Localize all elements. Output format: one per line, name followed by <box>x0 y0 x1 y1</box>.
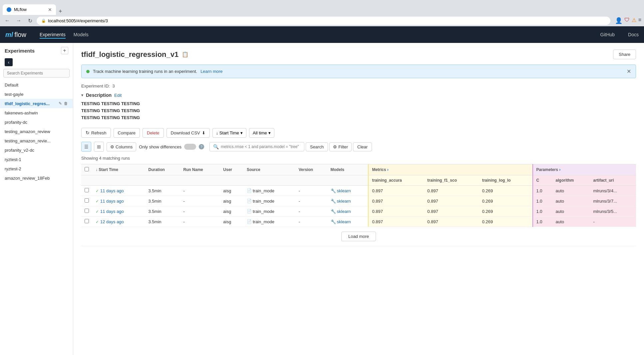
delete-experiment-button[interactable]: 🗑 <box>64 91 68 97</box>
duration-header[interactable]: Duration <box>145 164 180 175</box>
models-header[interactable]: Models <box>327 164 369 175</box>
sidebar-item-1[interactable]: test-gayle ✎ 🗑 <box>0 89 73 99</box>
sidebar-item-10[interactable]: amazon_review_18Feb ✎ 🗑 <box>0 173 73 183</box>
nav-experiments[interactable]: Experiments <box>40 31 66 39</box>
edit-experiment-button[interactable]: ✎ <box>58 138 62 143</box>
alert-icon[interactable]: ⚠ <box>632 17 636 24</box>
description-toggle[interactable]: ▾ <box>81 93 83 97</box>
training-log-header[interactable]: training_log_lo <box>479 175 533 186</box>
model-link[interactable]: 🔧sklearn <box>331 199 365 204</box>
tab-close-icon[interactable]: ✕ <box>48 7 52 12</box>
sidebar-item-9[interactable]: ryztest-2 ✎ 🗑 <box>0 164 73 173</box>
sidebar-item-5[interactable]: testing_amazon_review ✎ 🗑 <box>0 127 73 136</box>
sidebar-item-7[interactable]: profanity_v2-dc ✎ 🗑 <box>0 145 73 155</box>
description-edit-button[interactable]: Edit <box>114 93 122 98</box>
search-button[interactable]: Search <box>306 142 328 151</box>
edit-experiment-button[interactable]: ✎ <box>58 166 62 171</box>
row-checkbox[interactable] <box>85 188 89 192</box>
sidebar-item-4[interactable]: profanity-dc ✎ 🗑 <box>0 117 73 127</box>
edit-experiment-button[interactable]: ✎ <box>58 119 62 125</box>
model-link[interactable]: 🔧sklearn <box>331 188 365 193</box>
diff-info-icon[interactable]: ? <box>199 144 204 149</box>
refresh-button[interactable]: ↻ Refresh <box>81 128 111 138</box>
run-date-link[interactable]: 12 days ago <box>96 219 124 224</box>
row-checkbox[interactable] <box>85 198 89 203</box>
banner-close-button[interactable]: ✕ <box>627 68 631 75</box>
delete-experiment-button[interactable]: 🗑 <box>64 101 68 106</box>
select-all-checkbox[interactable] <box>85 167 89 171</box>
forward-button[interactable]: → <box>14 16 23 25</box>
diff-toggle-switch[interactable] <box>184 144 196 150</box>
compare-button[interactable]: Compare <box>114 128 140 138</box>
clear-button[interactable]: Clear <box>353 142 372 151</box>
download-csv-button[interactable]: Download CSV ⬇ <box>166 128 210 138</box>
delete-experiment-button[interactable]: 🗑 <box>64 147 68 153</box>
training-accuracy-header[interactable]: training_accura <box>368 175 424 186</box>
filter-button[interactable]: ⚙ Filter <box>329 142 352 151</box>
user-header[interactable]: User <box>220 164 243 175</box>
back-button[interactable]: ← <box>3 16 12 25</box>
delete-experiment-button[interactable]: 🗑 <box>64 110 68 115</box>
artifact-uri-header[interactable]: artifact_uri <box>590 175 636 186</box>
grid-view-button[interactable]: ⊞ <box>94 142 104 152</box>
sort-dropdown[interactable]: ↓ Start Time ▾ <box>212 128 246 138</box>
delete-experiment-button[interactable]: 🗑 <box>64 157 68 162</box>
edit-experiment-button[interactable]: ✎ <box>58 91 62 97</box>
runs-search-input[interactable] <box>221 144 301 149</box>
edit-experiment-button[interactable]: ✎ <box>58 175 62 181</box>
sidebar-item-8[interactable]: ryztest-1 ✎ 🗑 <box>0 155 73 164</box>
row-checkbox[interactable] <box>85 219 89 223</box>
columns-button[interactable]: ⚙ Columns <box>107 142 136 151</box>
model-link[interactable]: 🔧sklearn <box>331 219 365 224</box>
add-experiment-button[interactable]: + <box>61 47 68 54</box>
sidebar-item-2[interactable]: tfidf_logistic_regres... ✎ 🗑 <box>0 99 73 108</box>
run-date-link[interactable]: 11 days ago <box>96 188 124 193</box>
reload-button[interactable]: ↻ <box>25 16 35 25</box>
shield-icon[interactable]: 🛡 <box>624 17 630 24</box>
algorithm-header[interactable]: algorithm <box>552 175 590 186</box>
profile-icon[interactable]: 👤 <box>615 17 622 24</box>
run-name-header[interactable]: Run Name <box>180 164 220 175</box>
address-bar[interactable]: 🔒 localhost:5005/#/experiments/3 <box>37 17 610 25</box>
learn-more-link[interactable]: Learn more <box>200 69 222 74</box>
sidebar-item-3[interactable]: fakenews-ashwin ✎ 🗑 <box>0 108 73 117</box>
run-date-link[interactable]: 11 days ago <box>96 199 124 204</box>
search-experiments-input[interactable] <box>3 69 70 78</box>
edit-experiment-button[interactable]: ✎ <box>58 129 62 134</box>
share-button[interactable]: Share <box>613 50 636 59</box>
row-checkbox[interactable] <box>85 209 89 213</box>
source-header[interactable]: Source <box>243 164 295 175</box>
delete-experiment-button[interactable]: 🗑 <box>64 138 68 143</box>
delete-experiment-button[interactable]: 🗑 <box>64 175 68 181</box>
nav-models[interactable]: Models <box>74 31 89 39</box>
sidebar-item-6[interactable]: testing_amazon_revie... ✎ 🗑 <box>0 136 73 145</box>
list-view-button[interactable]: ☰ <box>81 142 91 152</box>
load-more-button[interactable]: Load more <box>341 232 376 241</box>
start-time-header[interactable]: ↓ Start Time <box>92 164 145 175</box>
delete-experiment-button[interactable]: 🗑 <box>64 166 68 171</box>
time-dropdown[interactable]: All time ▾ <box>249 128 274 138</box>
menu-icon[interactable]: ≡ <box>638 17 641 24</box>
edit-experiment-button[interactable]: ✎ <box>58 157 62 162</box>
run-date-link[interactable]: 11 days ago <box>96 209 124 214</box>
sidebar-item-0[interactable]: Default ✎ 🗑 <box>0 80 73 89</box>
copy-title-button[interactable]: 📋 <box>182 51 188 58</box>
new-tab-button[interactable]: + <box>56 8 65 15</box>
model-link[interactable]: 🔧sklearn <box>331 209 365 214</box>
delete-experiment-button[interactable]: 🗑 <box>64 119 68 125</box>
delete-experiment-button[interactable]: 🗑 <box>64 129 68 134</box>
c-header[interactable]: C <box>533 175 552 186</box>
delete-experiment-button[interactable]: 🗑 <box>64 82 68 88</box>
sidebar-collapse-button[interactable]: ‹ <box>5 58 13 66</box>
edit-experiment-button[interactable]: ✎ <box>58 110 62 115</box>
nav-docs[interactable]: Docs <box>628 32 639 37</box>
version-header[interactable]: Version <box>295 164 327 175</box>
training-f1-header[interactable]: training_f1_sco <box>424 175 479 186</box>
edit-experiment-button[interactable]: ✎ <box>58 101 62 106</box>
nav-github[interactable]: GitHub <box>600 32 615 37</box>
browser-tab[interactable]: MLflow ✕ <box>3 4 56 15</box>
edit-experiment-button[interactable]: ✎ <box>58 147 62 153</box>
metrics-expand-icon[interactable]: › <box>387 167 389 172</box>
params-expand-icon[interactable]: › <box>559 167 560 172</box>
delete-button[interactable]: Delete <box>143 128 164 138</box>
